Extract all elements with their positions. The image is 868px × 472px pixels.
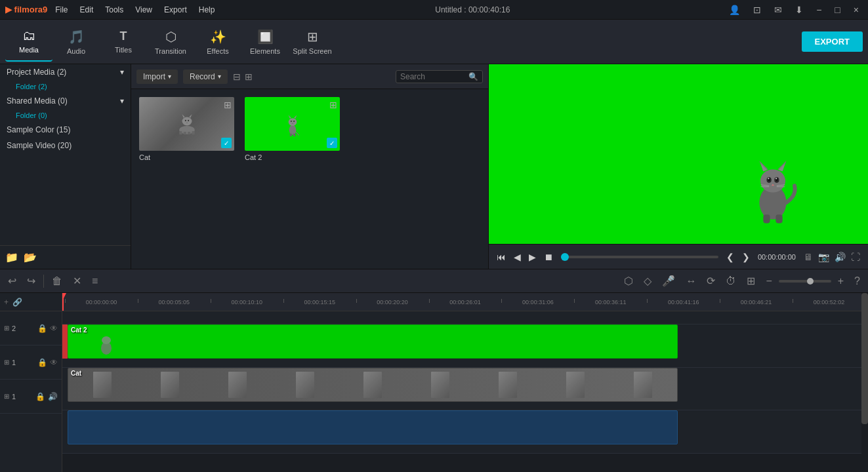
media-search-box[interactable]: 🔍	[396, 70, 483, 83]
timer-icon[interactable]: ⏱	[723, 274, 739, 288]
svg-point-1	[182, 117, 192, 126]
export-button[interactable]: EXPORT	[802, 31, 863, 52]
add-folder-icon[interactable]: 📁	[5, 251, 18, 264]
frame-cat2-8	[630, 328, 648, 355]
playhead[interactable]	[62, 293, 64, 311]
help-icon[interactable]: ?	[852, 274, 863, 288]
filter-icon[interactable]: ⊟	[233, 71, 241, 82]
audio-number: 1	[12, 393, 16, 401]
audio-lock-icon[interactable]: 🔒	[35, 392, 45, 401]
zoom-bar[interactable]	[779, 280, 831, 283]
track1-clip-cat[interactable]: Cat	[68, 368, 678, 402]
message-icon[interactable]: ✉	[770, 3, 786, 16]
volume-icon[interactable]: 🔊	[835, 252, 846, 262]
undo-btn[interactable]: ↩	[5, 273, 19, 288]
frame-cat-8	[566, 372, 585, 398]
step-back-btn[interactable]: ◀	[514, 252, 521, 262]
toolbar-audio[interactable]: 🎵 Audio	[52, 22, 100, 62]
toolbar-effects-label: Effects	[207, 47, 228, 55]
zoom-out-btn[interactable]: −	[763, 274, 774, 288]
minimize-btn[interactable]: −	[812, 3, 825, 16]
import-button[interactable]: Import ▾	[136, 69, 178, 84]
user-icon[interactable]: 👤	[725, 3, 744, 16]
toolbar-elements[interactable]: 🔲 Elements	[241, 22, 289, 62]
nav-left-btn[interactable]: ❮	[726, 252, 734, 262]
track1-eye-icon[interactable]: 👁	[50, 358, 58, 367]
media-item-cat2[interactable]: ⊞ ✓ Cat 2	[245, 97, 340, 261]
fit-icon[interactable]: ⛶	[851, 252, 860, 262]
preview-progress-bar[interactable]	[561, 256, 718, 258]
track1-lock-icon[interactable]: 🔒	[37, 358, 47, 367]
marker-icon[interactable]: ◇	[641, 273, 654, 288]
audio-clip[interactable]	[68, 410, 678, 444]
close-btn[interactable]: ×	[850, 3, 863, 16]
fullscreen-icon[interactable]: ⊡	[749, 3, 765, 16]
sample-color-item[interactable]: Sample Color (15)	[0, 122, 131, 138]
toolbar-splitscreen[interactable]: ⊞ Split Screen	[289, 22, 336, 62]
cut-btn[interactable]: ✕	[70, 273, 84, 288]
cat2-grid-icon: ⊞	[329, 100, 337, 110]
snapshot-icon[interactable]: 📷	[818, 252, 829, 262]
svg-rect-9	[192, 131, 194, 134]
import-label: Import	[143, 72, 165, 81]
link-track-icon[interactable]: 🔗	[12, 298, 22, 307]
magnet-icon[interactable]: ⟳	[704, 273, 718, 288]
stop-btn[interactable]: ⏹	[544, 252, 553, 262]
menu-view[interactable]: View	[130, 4, 157, 16]
skip-back-btn[interactable]: ⏮	[497, 252, 506, 262]
track2-lock-icon[interactable]: 🔒	[37, 324, 47, 333]
media-toolbar: Import ▾ Record ▾ ⊟ ⊞ 🔍	[131, 64, 488, 89]
audio-icon: 🎵	[68, 29, 85, 45]
menu-file[interactable]: File	[50, 4, 73, 16]
nav-right-btn[interactable]: ❯	[742, 252, 750, 262]
left-panel-bottom: 📁 📂	[0, 245, 131, 269]
sample-video-item[interactable]: Sample Video (20)	[0, 138, 131, 153]
menu-help[interactable]: Help	[194, 4, 220, 16]
track2-number: 2	[12, 324, 16, 332]
track2-clip-cat2[interactable]: Cat 2	[68, 324, 678, 359]
track2-frames	[68, 325, 677, 358]
record-button[interactable]: Record ▾	[183, 69, 228, 84]
track2-eye-icon[interactable]: 👁	[50, 324, 58, 333]
snapshot-tl-icon[interactable]: ⬡	[621, 273, 636, 288]
monitor-icon[interactable]: 🖥	[804, 252, 813, 262]
timeline-scrollbar-thumb[interactable]	[861, 293, 868, 424]
menu-tools[interactable]: Tools	[100, 4, 129, 16]
toolbar-titles[interactable]: T Titles	[100, 22, 147, 62]
play-btn[interactable]: ▶	[529, 252, 536, 262]
grid-view-icon[interactable]: ⊞	[245, 71, 253, 82]
menu-edit[interactable]: Edit	[75, 4, 99, 16]
frame-cat-9	[634, 372, 652, 398]
zoom-in-icon[interactable]: ⊞	[744, 273, 758, 288]
effects-icon: ✨	[210, 29, 226, 45]
preview-time: 00:00:00:00	[758, 253, 796, 261]
restore-btn[interactable]: □	[831, 3, 844, 16]
folder-0-item[interactable]: Folder (0)	[0, 109, 131, 122]
svg-rect-8	[188, 132, 190, 134]
add-track-icon[interactable]: +	[4, 298, 9, 307]
download-icon[interactable]: ⬇	[791, 3, 807, 16]
project-media-section[interactable]: Project Media (2) ▾	[0, 64, 131, 80]
audio-label-row: ⊞ 1 🔒 🔊	[0, 380, 62, 414]
toolbar-media[interactable]: 🗂 Media	[5, 22, 52, 62]
menu-export[interactable]: Export	[159, 4, 192, 16]
toolbar-transition[interactable]: ⬡ Transition	[147, 22, 194, 62]
cat-thumbnail: ⊞ ✓	[139, 97, 234, 151]
split-btn[interactable]: ≡	[89, 274, 100, 288]
cat2-thumb-bg	[245, 97, 340, 151]
delete-btn[interactable]: 🗑	[49, 274, 65, 288]
audio-track-row	[62, 410, 868, 454]
search-input[interactable]	[400, 72, 466, 81]
zoom-in-btn[interactable]: +	[835, 274, 846, 288]
media-item-cat[interactable]: ⊞ ✓ Cat	[139, 97, 234, 261]
shared-media-section[interactable]: Shared Media (0) ▾	[0, 93, 131, 109]
folder-2-item[interactable]: Folder (2)	[0, 80, 131, 93]
import-folder-icon[interactable]: 📂	[24, 251, 37, 264]
mic-icon[interactable]: 🎤	[659, 273, 678, 288]
audio-num-icon: ⊞	[4, 393, 9, 400]
audio-volume-icon[interactable]: 🔊	[48, 392, 58, 401]
ripple-icon[interactable]: ↔	[683, 274, 699, 288]
toolbar-effects[interactable]: ✨ Effects	[194, 22, 241, 62]
search-icon: 🔍	[468, 72, 478, 81]
redo-btn[interactable]: ↪	[24, 273, 38, 288]
